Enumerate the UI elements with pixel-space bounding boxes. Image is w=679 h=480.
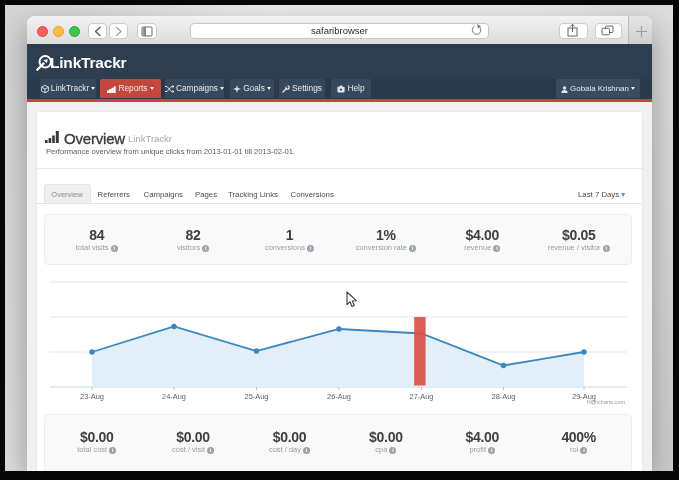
svg-text:25-Aug: 25-Aug bbox=[245, 392, 269, 401]
svg-text:27-Aug: 27-Aug bbox=[410, 392, 434, 401]
svg-text:26-Aug: 26-Aug bbox=[327, 392, 351, 401]
svg-text:24-Aug: 24-Aug bbox=[162, 392, 186, 401]
svg-text:Highcharts.com: Highcharts.com bbox=[587, 399, 626, 405]
svg-text:23-Aug: 23-Aug bbox=[80, 392, 104, 401]
svg-text:28-Aug: 28-Aug bbox=[492, 392, 516, 401]
